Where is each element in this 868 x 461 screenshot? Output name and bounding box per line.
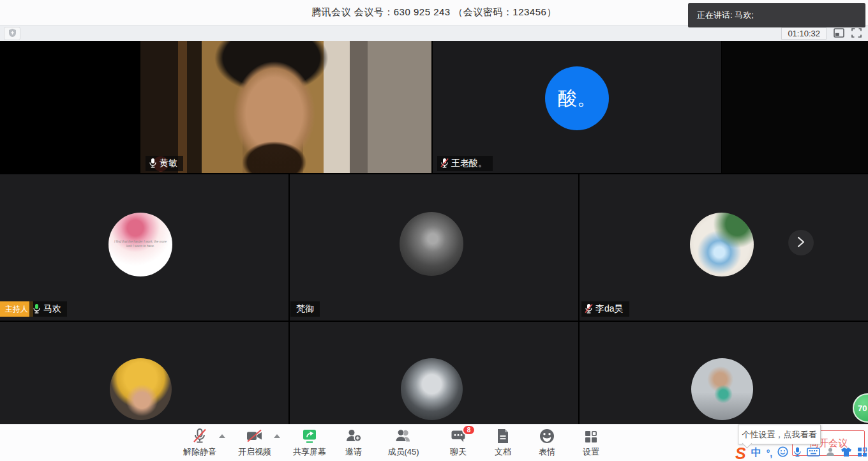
toolbar-button-label: 邀请 xyxy=(345,446,362,458)
video-cell-huangmin[interactable]: 黄敏 xyxy=(140,41,431,173)
unmute-button[interactable]: 解除静音 xyxy=(173,427,227,458)
members-button[interactable]: 成员(45) xyxy=(377,427,430,458)
video-cell-mahuan[interactable]: I find that the harder I work, the more … xyxy=(0,174,288,321)
chat-unread-badge: 8 xyxy=(462,425,475,435)
switch-layout-button[interactable] xyxy=(834,28,844,40)
empty-cell-left xyxy=(0,41,140,173)
toolbar-button-label: 聊天 xyxy=(450,446,467,458)
score-ball-value: 70 xyxy=(858,404,867,413)
toolbar-button-label: 解除静音 xyxy=(183,446,216,458)
speaking-toast: 正在讲话: 马欢; xyxy=(688,3,865,27)
host-badge: 主持人 xyxy=(0,301,33,317)
avatar xyxy=(690,213,754,276)
ime-punctuation-button[interactable]: °, xyxy=(767,448,773,458)
participant-label: 梵御 xyxy=(290,301,320,317)
participant-name: 王老酸。 xyxy=(451,158,487,169)
fullscreen-button[interactable] xyxy=(851,28,862,40)
video-cell-lidahao[interactable]: 李da昊 xyxy=(580,174,868,321)
mic-options-caret[interactable] xyxy=(219,434,225,438)
ime-person-icon[interactable] xyxy=(825,447,835,460)
avatar xyxy=(400,212,463,276)
meeting-title: 腾讯会议 会议号：630 925 243 （会议密码：123456） xyxy=(311,6,557,19)
mic-speaking-icon xyxy=(33,303,41,315)
participant-label: 马欢 xyxy=(29,301,67,317)
sogou-logo-icon[interactable]: S xyxy=(735,446,746,460)
participant-name: 黄敏 xyxy=(160,158,177,169)
toolbar-button-label: 成员(45) xyxy=(387,446,419,458)
ime-lang-mode-button[interactable]: 中 xyxy=(751,446,761,460)
start-video-button[interactable]: 开启视频 xyxy=(228,427,281,458)
members-icon xyxy=(394,427,412,444)
avatar xyxy=(401,358,463,420)
avatar-initials: 酸。 xyxy=(545,66,609,130)
video-cell-wanglaosuan[interactable]: 酸。 王老酸。 xyxy=(433,41,721,173)
empty-cell-right xyxy=(722,41,868,173)
fullscreen-icon xyxy=(851,28,862,40)
toolbar-button-label: 表情 xyxy=(539,446,555,458)
mic-muted-icon xyxy=(585,303,593,315)
layout-icon xyxy=(834,28,844,40)
chevron-right-icon xyxy=(797,236,805,250)
ime-emoji-icon[interactable] xyxy=(777,446,788,460)
mic-muted-icon xyxy=(192,427,207,444)
toolbar-button-label: 开启视频 xyxy=(238,446,271,458)
settings-icon xyxy=(583,427,599,444)
invite-icon xyxy=(345,427,362,444)
avatar xyxy=(691,358,753,420)
ime-tooltip-text: 个性设置，点我看看 xyxy=(742,429,817,441)
participant-label: 李da昊 xyxy=(581,301,629,317)
camera-off-icon xyxy=(246,427,264,444)
ime-keyboard-icon[interactable] xyxy=(807,447,820,460)
ime-taskbar: S 中 °, xyxy=(735,445,867,461)
ime-voice-icon[interactable] xyxy=(793,446,802,460)
avatar-caption: I find that the harder I work, the more … xyxy=(114,239,167,248)
video-cell-fanyu[interactable]: 梵御 xyxy=(290,174,578,321)
tencent-meeting-window: 腾讯会议 会议号：630 925 243 （会议密码：123456） 01:10… xyxy=(0,0,868,461)
mic-on-icon xyxy=(149,158,157,170)
speaking-toast-text: 正在讲话: 马欢; xyxy=(697,10,754,21)
toolbar-button-label: 文档 xyxy=(495,446,511,458)
avatar xyxy=(110,358,172,420)
meeting-timer: 01:10:32 xyxy=(781,27,827,40)
settings-button[interactable]: 设置 xyxy=(564,427,618,458)
participant-name: 李da昊 xyxy=(595,303,624,315)
emoji-icon xyxy=(539,427,555,444)
avatar: 酸。 xyxy=(545,66,609,130)
ime-toolbox-grid-icon[interactable] xyxy=(857,447,867,460)
ime-skin-shirt-icon[interactable] xyxy=(841,447,852,460)
toolbar-button-label: 共享屏幕 xyxy=(293,446,326,458)
document-icon xyxy=(496,427,510,444)
participant-name: 梵御 xyxy=(296,303,314,315)
participant-label: 王老酸。 xyxy=(437,156,493,171)
next-page-button[interactable] xyxy=(788,230,814,255)
share-screen-icon xyxy=(301,427,318,444)
toolbar-button-label: 设置 xyxy=(583,446,599,458)
avatar: I find that the harder I work, the more … xyxy=(108,213,172,276)
shield-plus-icon xyxy=(8,28,17,40)
video-options-caret[interactable] xyxy=(274,434,280,438)
mic-muted-icon xyxy=(440,158,449,170)
security-shield-button[interactable] xyxy=(4,27,20,40)
participant-label: 黄敏 xyxy=(146,156,183,171)
invite-button[interactable]: 邀请 xyxy=(327,427,380,458)
participant-name: 马欢 xyxy=(43,303,61,315)
